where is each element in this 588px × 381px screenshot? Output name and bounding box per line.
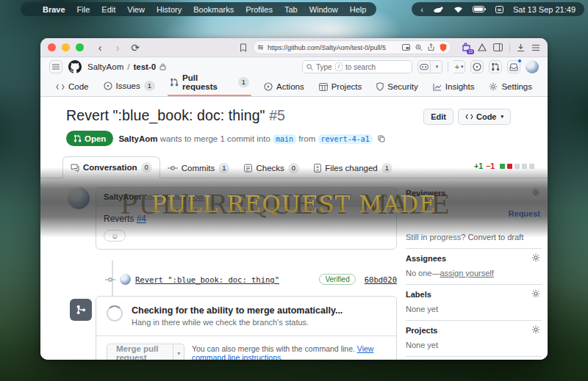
tab-projects[interactable]: Projects (314, 82, 368, 96)
window-controls (48, 43, 84, 51)
commit-row: Revert ":blue_book: doc: thing" Verified… (40, 274, 397, 285)
menu-bar-clock[interactable]: Sat 13 Sep 21:49 (513, 5, 576, 14)
request-review-link[interactable]: Request (509, 209, 540, 218)
reader-mode-icon[interactable] (402, 44, 410, 51)
chevron-left-icon[interactable]: ‹ (420, 5, 423, 14)
user-avatar[interactable] (526, 60, 539, 73)
head-branch-label[interactable]: revert-4-a1 (318, 134, 373, 144)
reload-button[interactable]: ⟳ (129, 43, 141, 53)
menu-item-tab[interactable]: Tab (284, 5, 298, 14)
breadcrumb: SaltyAom / test-0 (87, 62, 166, 71)
verified-badge[interactable]: Verified (319, 274, 355, 285)
gear-icon[interactable] (531, 188, 540, 197)
search-input[interactable]: Type / to search (302, 60, 412, 73)
menu-item-help[interactable]: Help (350, 5, 367, 14)
tab-actions[interactable]: Actions (259, 82, 309, 96)
copy-branch-icon[interactable] (378, 135, 385, 142)
pull-requests-global-button[interactable] (489, 60, 502, 73)
menu-item-profiles[interactable]: Profiles (245, 5, 273, 14)
tab-settings[interactable]: Settings (484, 82, 537, 96)
graph-icon (433, 83, 442, 91)
downloads-icon[interactable] (517, 43, 525, 52)
url-text[interactable]: https://github.com/SaltyAom/test-0/pull/… (268, 44, 398, 51)
menu-item-history[interactable]: History (157, 5, 182, 14)
battery-icon[interactable] (473, 6, 486, 12)
edit-button[interactable]: Edit (423, 109, 453, 125)
notifications-button[interactable] (507, 60, 520, 73)
tab-issues[interactable]: Issues 1 (98, 81, 161, 96)
projects-table-icon (319, 83, 328, 91)
close-window-button[interactable] (48, 43, 56, 51)
gear-icon[interactable] (531, 253, 540, 262)
comment-author[interactable]: SaltyAom (104, 192, 141, 201)
site-settings-icon[interactable] (257, 44, 264, 51)
issues-global-button[interactable] (470, 60, 484, 73)
hamburger-menu-button[interactable] (49, 60, 62, 73)
wallet-extension-icon[interactable]: 10 (462, 43, 471, 52)
zoom-window-button[interactable] (76, 43, 84, 51)
menu-item-bookmarks[interactable]: Bookmarks (193, 5, 234, 14)
macos-status-bar: ‹ Sat 13 Sep 21:49 (412, 2, 584, 16)
browser-menu-icon[interactable] (531, 44, 540, 51)
kebab-menu-icon[interactable]: ··· (379, 192, 389, 201)
copilot-button[interactable] (417, 60, 431, 73)
github-logo-icon[interactable] (68, 60, 82, 73)
copilot-dropdown-button[interactable]: ▾ (431, 60, 442, 73)
convert-to-draft-link[interactable]: Convert to draft (467, 233, 523, 242)
tab-files-changed[interactable]: Files changed 1 (306, 158, 400, 178)
brave-shield-icon[interactable] (440, 43, 447, 52)
breadcrumb-repo[interactable]: test-0 (133, 62, 156, 71)
commit-sha-link[interactable]: 60bd020 (365, 275, 397, 284)
pr-author[interactable]: SaltyAom (118, 134, 157, 143)
comment-author-avatar[interactable] (68, 187, 90, 209)
loading-spinner (107, 305, 123, 322)
comment-timestamp[interactable]: now (189, 192, 204, 201)
menu-item-edit[interactable]: Edit (101, 5, 115, 14)
brave-rewards-icon[interactable] (478, 43, 487, 52)
commit-author-avatar[interactable] (120, 274, 131, 285)
gear-icon[interactable] (531, 289, 540, 298)
add-reaction-button[interactable]: ☺ (104, 230, 126, 242)
merge-pull-request-button[interactable]: Merge pull request (107, 344, 173, 360)
merge-options-caret[interactable]: ▾ (173, 344, 184, 360)
base-branch-label[interactable]: main (273, 134, 296, 144)
sidebar-panel-icon[interactable] (493, 43, 503, 51)
minimize-window-button[interactable] (62, 43, 70, 51)
slash-key-hint: / (335, 62, 343, 71)
menu-item-brave[interactable]: Brave (43, 5, 65, 14)
zoom-page-icon[interactable] (415, 44, 423, 51)
breadcrumb-owner[interactable]: SaltyAom (87, 62, 123, 71)
code-dropdown-button[interactable]: Code ▾ (458, 109, 511, 125)
tab-pull-requests[interactable]: Pull requests 1 (165, 73, 254, 96)
tab-insights[interactable]: Insights (428, 82, 480, 96)
tab-security[interactable]: Security (371, 82, 423, 96)
assign-yourself-link[interactable]: assign yourself (440, 269, 493, 277)
private-lock-icon (159, 63, 166, 70)
reverted-pr-link[interactable]: #4 (137, 214, 146, 224)
address-bar[interactable]: https://github.com/SaltyAom/test-0/pull/… (253, 40, 451, 54)
wifi-icon[interactable] (453, 6, 463, 13)
tab-checks[interactable]: Checks 0 (237, 158, 306, 178)
projects-section: Projects None yet (406, 321, 542, 357)
tab-commits[interactable]: Commits 1 (160, 158, 237, 178)
menu-item-window[interactable]: Window (309, 5, 338, 14)
forward-button[interactable]: › (112, 43, 123, 53)
create-new-button[interactable]: +▾ (453, 60, 465, 73)
gear-icon[interactable] (531, 325, 540, 334)
shield-icon (376, 82, 384, 91)
tab-code[interactable]: Code (51, 82, 94, 96)
tab-conversation[interactable]: Conversation 0 (62, 156, 160, 178)
bookmark-icon[interactable] (240, 43, 247, 52)
menu-item-file[interactable]: File (77, 5, 90, 14)
menu-item-view[interactable]: View (127, 5, 145, 14)
file-diff-icon (314, 164, 321, 173)
pet-icon[interactable] (433, 6, 444, 13)
commit-message-link[interactable]: Revert ":blue_book: doc: thing" (135, 275, 279, 284)
checklist-icon (244, 164, 252, 173)
input-source-icon[interactable] (495, 6, 503, 13)
share-icon[interactable] (428, 43, 434, 51)
merge-status-title: Checking for the ability to merge automa… (132, 305, 343, 316)
pr-sidebar: Reviewers Copilot Request Still in progr… (406, 187, 542, 360)
back-button[interactable]: ‹ (94, 43, 106, 53)
notification-dot (517, 59, 522, 63)
